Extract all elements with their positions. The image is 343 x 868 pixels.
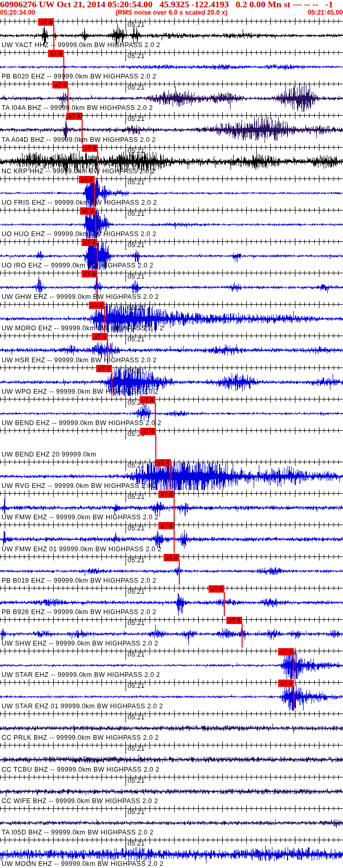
station-label: UW STAR EHZ -- 99999.0km BW HIGHPASS 2.0… — [2, 671, 160, 678]
time-tick-label: 05:21 — [128, 745, 145, 752]
station-label: PB B926 EHZ -- 99999.0km BW HIGHPASS 2.0… — [2, 608, 156, 616]
trace-panel-uw-wpo-ehz: 05:21 xT 4 UW WPO EHZ -- 99999.0km BW HI… — [0, 364, 343, 396]
pick-line[interactable] — [170, 466, 172, 490]
pick-flag[interactable]: xT 4 — [66, 113, 82, 120]
station-label: UW GHW EHZ -- 99999.0km BW HIGHPASS 2.0 … — [2, 293, 159, 301]
trace-panel-pb-b926-ehz: 05:21 xT 4 PB B926 EHZ -- 99999.0km BW H… — [0, 585, 343, 616]
pick-flag[interactable]: xT 4 — [82, 270, 97, 277]
time-tick-label: 05:21 — [128, 651, 145, 658]
time-window-bar: 05:20:34.00 (RMS noise over 6.0 s scaled… — [0, 9, 343, 16]
station-label: UW HSR EHZ -- 99999.0km BW HIGHPASS 2.0 … — [2, 357, 157, 364]
station-label: CC PRLK BHZ -- 99999.0km BW HIGHPASS 2.0… — [2, 734, 159, 741]
station-label: UW FMW EHZ 01 99999.0km BW HIGHPASS 2.0 … — [2, 546, 162, 553]
pick-line[interactable] — [293, 655, 294, 679]
pick-line[interactable] — [293, 686, 294, 710]
pick-flag[interactable]: xT 4 — [89, 302, 105, 309]
trace-panel-uo-iro-ehz: 05:21 xT 4 UO IRO EHZ -- 99999.0km BW HI… — [0, 238, 343, 270]
time-tick-label: 05:21 — [128, 493, 145, 500]
pick-flag[interactable]: xT 4 — [158, 491, 174, 498]
station-label: UW WPO EHZ -- 99999.0km BW HIGHPASS 2.0 … — [2, 388, 158, 395]
pick-line[interactable] — [174, 529, 175, 553]
station-label: NC KRP HHZ -- 99999.0km BW HIGHPASS 2.0 … — [2, 168, 155, 175]
time-tick-label: 05:21 — [128, 179, 145, 186]
pick-flag[interactable]: xT 4 — [52, 81, 68, 88]
trace-panel-uw-star-ehz: 05:21 xT 4 UW STAR EHZ -- 99999.0km BW H… — [0, 648, 343, 679]
time-tick-label: 05:21 — [128, 84, 145, 91]
time-tick-label: 05:21 — [128, 777, 145, 784]
station-label: UW BEND EHZ -- 99999.0km BW HIGHPASS 2.0… — [2, 419, 162, 427]
pick-flag[interactable]: xT 4 — [79, 176, 95, 183]
station-label: CC WIFE BHZ -- 99999.0km BW HIGHPASS 2.0… — [2, 797, 158, 805]
time-tick-label: 05:21 — [128, 840, 145, 847]
pick-line[interactable] — [174, 497, 175, 521]
trace-panel-uw-yact-hhz: 05:21 xT 4 UW YACT HHZ -- 99999.0km BW H… — [0, 18, 343, 49]
trace-panel-uw-bend-ehz: 05:21 xT 4 UW BEND EHZ -- 99999.0km BW H… — [0, 396, 343, 427]
trace-panel-uw-bend-ehz-20: 05:21 xT 4 UW BEND EHZ 20 99999.0km — [0, 427, 343, 459]
station-label: UW RVG EHZ -- 99999.0km BW HIGHPASS 2.0 … — [2, 482, 157, 489]
trace-panel-uw-moro-ehz: 05:21 xT 4 UW MORO EHZ -- 99999.0km BW H… — [0, 301, 343, 332]
time-tick-label: 05:21 — [128, 557, 145, 564]
trace-panel-pb-b020-ehz: 05:21 xT 4 PB B020 EHZ -- 99999.0km BW H… — [0, 49, 343, 81]
window-end-time: 05:21:45.00 — [308, 9, 343, 16]
time-tick-label: 05:21 — [128, 147, 145, 154]
pick-flag[interactable]: xT 4 — [209, 585, 224, 593]
time-tick-label: 05:21 — [128, 115, 145, 123]
pick-flag[interactable]: xT 4 — [82, 144, 98, 152]
trace-panel-uw-rvg-ehz: 05:21 xT 4 UW RVG EHZ -- 99999.0km BW HI… — [0, 459, 343, 490]
time-tick-label: 05:21 — [128, 525, 145, 532]
trace-panel-nc-krp-hhz: 05:21 xT 4 NC KRP HHZ -- 99999.0km BW HI… — [0, 144, 343, 175]
station-label: TA I05D BHZ -- 99999.0km BW HIGHPASS 2.0… — [2, 829, 154, 836]
pick-flag[interactable]: xT 4 — [48, 50, 64, 57]
time-tick-label: 05:21 — [128, 336, 145, 343]
time-tick-label: 05:21 — [128, 21, 145, 28]
trace-panel-cc-tcbu-bhz: 05:21 CC TCBU BHZ -- 99999.0km BW HIGHPA… — [0, 742, 343, 773]
pick-flag[interactable]: xT 4 — [158, 522, 174, 529]
station-label: TA A04D BHZ -- 99999.0km BW HIGHPASS 2.0… — [2, 136, 156, 143]
pick-flag[interactable]: xT 4 — [226, 617, 242, 624]
trace-panel-ta-i04a-bhz: 05:21 xT 4 TA I04A BHZ -- 99999.0km BW H… — [0, 81, 343, 112]
time-tick-label: 05:21 — [128, 619, 145, 627]
station-label: UW BEND EHZ 20 99999.0km — [2, 451, 96, 458]
station-label: CC TCBU BHZ -- 99999.0km BW HIGHPASS 2.0… — [2, 766, 159, 773]
time-tick-label: 05:21 — [128, 304, 145, 311]
pick-flag[interactable]: xT 4 — [155, 459, 171, 466]
time-tick-label: 05:21 — [128, 273, 145, 280]
trace-panel-uw-moon-ehz: 05:21 UW MOON EHZ -- 99999.0km BW HIGHPA… — [0, 837, 343, 868]
pick-line[interactable] — [224, 592, 225, 616]
time-tick-label: 05:21 — [128, 714, 145, 721]
station-label: UO HUO EHZ -- 99999.0km BW HIGHPASS 2.0 … — [2, 230, 156, 238]
station-label: UW MOON EHZ -- 99999.0km BW HIGHPASS 2.0… — [2, 860, 164, 867]
pick-flag[interactable]: xT 4 — [38, 18, 54, 26]
pick-flag[interactable]: xT 4 — [96, 365, 112, 372]
trace-panel-pb-b019-ehz: 05:21 xT 4 PB B019 EHZ -- 99999.0km BW H… — [0, 553, 343, 585]
pick-line[interactable] — [179, 561, 180, 585]
pick-line[interactable] — [242, 624, 243, 648]
scaling-note: (RMS noise over 6.0 s scaled 20.0 x) — [116, 9, 227, 16]
pick-flag[interactable]: xT 4 — [80, 207, 96, 215]
trace-panel-uw-shw-ehz: 05:21 xT 4 UW SHW EHZ -- 99999.0km BW HI… — [0, 616, 343, 648]
trace-panel-uw-ghw-ehz: 05:21 xT 4 UW GHW EHZ -- 99999.0km BW HI… — [0, 270, 343, 301]
trace-list: 05:21 xT 4 UW YACT HHZ -- 99999.0km BW H… — [0, 18, 343, 868]
pick-flag[interactable]: xT 4 — [278, 680, 294, 687]
station-label: PB B019 EHZ -- 99999.0km BW HIGHPASS 2.0… — [2, 577, 156, 584]
trace-panel-uo-huo-ehz: 05:21 xT 4 UO HUO EHZ -- 99999.0km BW HI… — [0, 207, 343, 238]
pick-flag[interactable]: xT 4 — [82, 239, 97, 246]
pick-flag[interactable]: xT 4 — [140, 396, 155, 404]
time-tick-label: 05:21 — [128, 682, 145, 689]
time-tick-label: 05:21 — [128, 588, 145, 595]
station-label: UO IRO EHZ -- 99999.0km BW HIGHPASS 2.0 … — [2, 262, 154, 269]
trace-panel-uw-hsr-ehz: 05:21 xT 4 UW HSR EHZ -- 99999.0km BW HI… — [0, 332, 343, 364]
station-label: TA I04A BHZ -- 99999.0km BW HIGHPASS 2.0… — [2, 104, 153, 112]
time-tick-label: 05:21 — [128, 52, 145, 60]
trace-panel-cc-wife-bhz: 05:21 CC WIFE BHZ -- 99999.0km BW HIGHPA… — [0, 774, 343, 805]
station-label: UW STAR EHZ 01 99999.0km BW HIGHPASS 2.0… — [2, 703, 163, 710]
pick-flag[interactable]: xT 4 — [92, 333, 108, 340]
pick-line[interactable] — [155, 435, 156, 459]
trace-panel-uw-fmw-ehz-01: 05:21 xT 4 UW FMW EHZ 01 99999.0km BW HI… — [0, 521, 343, 553]
seismogram-picker-window: 60906276 UW Oct 21, 2014 05:20:54.00 45.… — [0, 0, 343, 868]
trace-panel-ta-a04d-bhz: 05:21 xT 4 TA A04D BHZ -- 99999.0km BW H… — [0, 112, 343, 143]
pick-flag[interactable]: xT 4 — [164, 554, 179, 561]
pick-flag[interactable]: xT 4 — [278, 648, 294, 655]
pick-flag[interactable]: xT 4 — [140, 428, 156, 435]
time-tick-label: 05:21 — [128, 462, 145, 469]
